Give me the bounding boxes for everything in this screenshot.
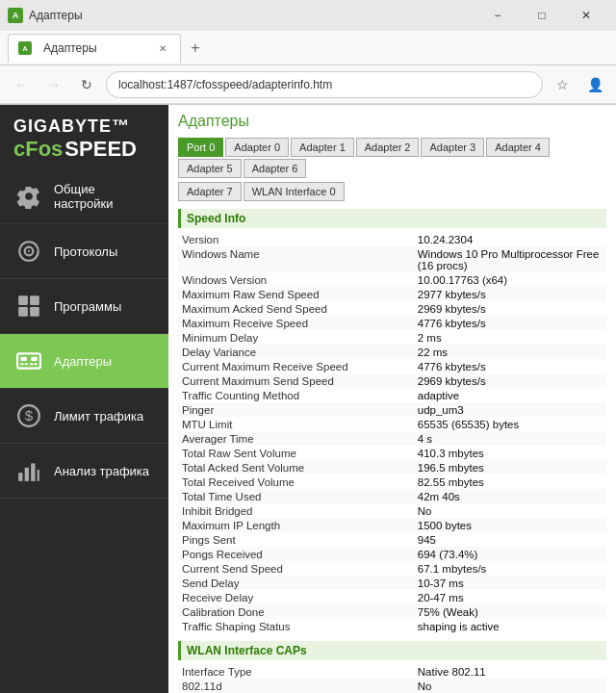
info-value: 82.55 mbytes — [414, 475, 606, 489]
tab-wlan0[interactable]: WLAN Interface 0 — [244, 182, 345, 201]
svg-rect-7 — [17, 353, 40, 368]
new-tab-button[interactable]: + — [181, 34, 210, 63]
info-key: Total Time Used — [178, 489, 414, 503]
info-key: Windows Version — [178, 272, 414, 287]
logo-cfos: cFos — [13, 137, 63, 162]
svg-point-2 — [28, 250, 30, 252]
chart-icon — [13, 455, 44, 486]
sidebar-label-programs: Программы — [54, 299, 121, 314]
tab-adapter7[interactable]: Adapter 7 — [178, 182, 242, 201]
tab-port0[interactable]: Port 0 — [178, 138, 223, 157]
money-icon: $ — [13, 400, 44, 431]
wlan-key: Interface Type — [178, 664, 414, 679]
window-title: Адаптеры — [29, 9, 475, 22]
table-row: Minimum Delay2 ms — [178, 330, 606, 345]
wlan-caps-table: Interface TypeNative 802.11802.11dNoMax.… — [178, 664, 606, 693]
back-button[interactable]: ← — [8, 71, 35, 98]
maximize-button[interactable]: □ — [520, 0, 564, 31]
info-value: 2977 kbytes/s — [414, 287, 606, 301]
info-value: udp_um3 — [414, 402, 606, 417]
table-row: Maximum Raw Send Speed2977 kbytes/s — [178, 287, 606, 301]
browser-tab-active[interactable]: A Адаптеры ✕ — [8, 34, 181, 63]
sidebar-label-traffic-analysis: Анализ трафика — [54, 464, 149, 478]
svg-text:$: $ — [25, 407, 34, 424]
tab-adapter1[interactable]: Adapter 1 — [291, 138, 354, 157]
info-key: Total Raw Sent Volume — [178, 446, 414, 460]
tab-adapter3[interactable]: Adapter 3 — [421, 138, 484, 157]
info-value: 2 ms — [414, 330, 606, 345]
address-input[interactable] — [106, 71, 543, 98]
info-value: 10-37 ms — [414, 576, 606, 590]
table-row: Pings Sent945 — [178, 532, 606, 547]
tab-adapter2[interactable]: Adapter 2 — [356, 138, 420, 157]
address-bar: ← → ↻ ☆ 👤 — [0, 65, 616, 104]
info-value: 10.24.2304 — [414, 232, 606, 246]
info-key: Traffic Counting Method — [178, 388, 414, 402]
wlan-key: 802.11d — [178, 679, 414, 693]
table-row: MTU Limit65535 (65535) bytes — [178, 417, 606, 431]
table-row: Maximum IP Length1500 bytes — [178, 518, 606, 532]
sidebar-item-general[interactable]: Общие настройки — [0, 169, 168, 224]
info-key: Inhibit Bridged — [178, 503, 414, 518]
programs-icon — [13, 291, 44, 321]
table-row: Current Maximum Receive Speed4776 kbytes… — [178, 359, 606, 373]
adapter-tabs-row2: Adapter 7 WLAN Interface 0 — [178, 182, 606, 201]
info-key: Delay Variance — [178, 345, 414, 359]
svg-rect-3 — [18, 295, 28, 305]
info-key: Pings Sent — [178, 532, 414, 547]
table-row: Send Delay10-37 ms — [178, 576, 606, 590]
info-value: 75% (Weak) — [414, 604, 606, 619]
sidebar-item-protocols[interactable]: Протоколы — [0, 224, 168, 279]
sidebar-item-traffic-limit[interactable]: $ Лимит трафика — [0, 389, 168, 444]
svg-rect-19 — [38, 470, 39, 481]
tab-close-button[interactable]: ✕ — [155, 40, 170, 56]
close-button[interactable]: ✕ — [564, 0, 608, 31]
svg-rect-16 — [18, 473, 22, 481]
sidebar-label-traffic-limit: Лимит трафика — [54, 409, 143, 424]
table-row: Total Time Used42m 40s — [178, 489, 606, 503]
tab-adapter5[interactable]: Adapter 5 — [178, 159, 242, 178]
sidebar-item-traffic-analysis[interactable]: Анализ трафика — [0, 444, 168, 499]
forward-button[interactable]: → — [40, 71, 67, 98]
svg-rect-9 — [31, 357, 37, 361]
svg-rect-4 — [30, 295, 39, 305]
protocol-icon — [13, 236, 44, 267]
adapter-tabs-row1: Port 0 Adapter 0 Adapter 1 Adapter 2 Ada… — [178, 138, 606, 178]
sidebar-item-programs[interactable]: Программы — [0, 279, 168, 334]
table-row: Pongs Received694 (73.4%) — [178, 547, 606, 561]
table-row: Total Raw Sent Volume410.3 mbytes — [178, 446, 606, 460]
table-row: Maximum Acked Send Speed2969 kbytes/s — [178, 301, 606, 316]
table-row: Windows Version10.00.17763 (x64) — [178, 272, 606, 287]
account-button[interactable]: 👤 — [581, 71, 608, 98]
bookmark-button[interactable]: ☆ — [549, 71, 576, 98]
sidebar-item-adapters[interactable]: Адаптеры — [0, 334, 168, 389]
info-value: Windows 10 Pro Multiprocessor Free (16 p… — [414, 246, 606, 272]
tab-adapter4[interactable]: Adapter 4 — [486, 138, 550, 157]
info-key: Receive Delay — [178, 590, 414, 604]
table-row: Calibration Done75% (Weak) — [178, 604, 606, 619]
logo-speed: SPEED — [64, 137, 137, 162]
info-value: adaptive — [414, 388, 606, 402]
title-bar: A Адаптеры − □ ✕ — [0, 0, 616, 31]
reload-button[interactable]: ↻ — [73, 71, 100, 98]
svg-rect-11 — [25, 363, 28, 365]
info-key: Pinger — [178, 402, 414, 417]
info-value: 1500 bytes — [414, 518, 606, 532]
info-key: Current Send Speed — [178, 561, 414, 576]
svg-rect-8 — [20, 357, 26, 361]
tab-adapter6[interactable]: Adapter 6 — [244, 159, 307, 178]
info-key: Current Maximum Receive Speed — [178, 359, 414, 373]
tab-adapter0[interactable]: Adapter 0 — [225, 138, 289, 157]
info-key: Windows Name — [178, 246, 414, 272]
info-value: No — [414, 503, 606, 518]
info-value: 2969 kbytes/s — [414, 301, 606, 316]
table-row: Current Maximum Send Speed2969 kbytes/s — [178, 373, 606, 388]
table-row: Interface TypeNative 802.11 — [178, 664, 606, 679]
table-row: Traffic Shaping Statusshaping is active — [178, 619, 606, 633]
minimize-button[interactable]: − — [475, 0, 520, 31]
svg-rect-5 — [18, 307, 28, 317]
table-row: Delay Variance22 ms — [178, 345, 606, 359]
svg-rect-17 — [25, 468, 29, 481]
info-key: Version — [178, 232, 414, 246]
main-layout: GIGABYTE™ cFos SPEED Общие настройки — [0, 105, 616, 693]
